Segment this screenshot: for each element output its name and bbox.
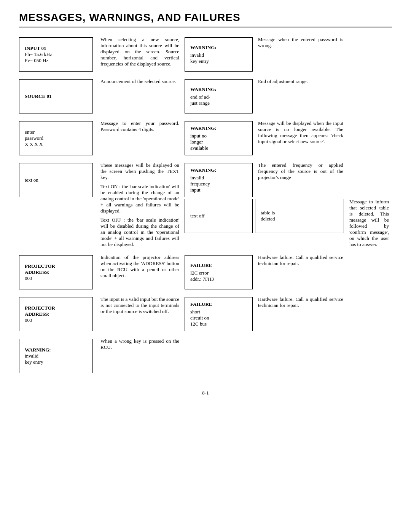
table-row: WARNING:invalidkey entryWhen a wrong key… (19, 337, 392, 375)
table-row: SOURCE 01Announcement of the selected so… (19, 77, 392, 116)
table-row: text onThese messages will be displayed … (19, 161, 392, 197)
table-row: INPUT 01Fh= 15.6 kHzFv= 050 HzWhen selec… (19, 35, 392, 74)
main-table: INPUT 01Fh= 15.6 kHzFv= 050 HzWhen selec… (19, 35, 392, 379)
table-row: enterpasswordX X X XMessage to enter you… (19, 119, 392, 158)
table-row: PROJECTORADDRESS:003The input is a valid… (19, 295, 392, 334)
table-row: PROJECTORADDRESS:003Indication of the pr… (19, 253, 392, 292)
page-title: MESSAGES, WARNINGS, AND FAILURES (19, 11, 392, 27)
page-number: 8-1 (19, 390, 392, 396)
